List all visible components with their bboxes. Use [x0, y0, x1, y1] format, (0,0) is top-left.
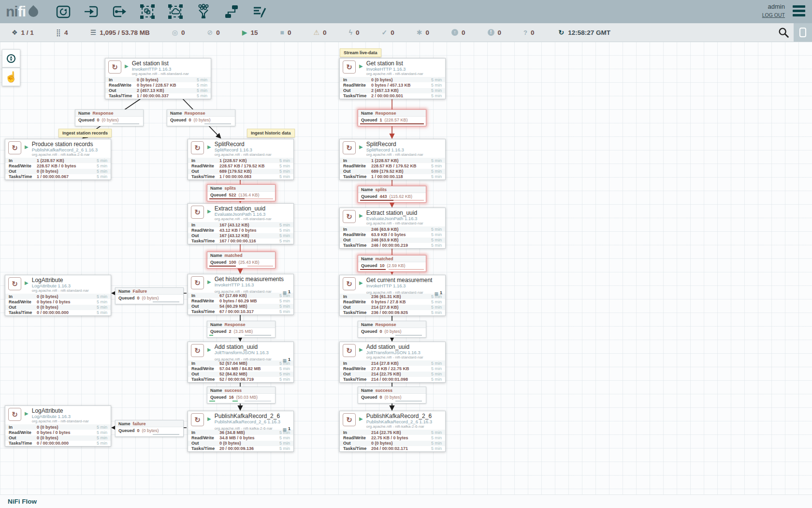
- up-to-date-icon: [382, 29, 388, 36]
- status-item: 1,095 / 53.78 MB: [90, 29, 150, 36]
- processor[interactable]: Get station list InvokeHTTP 1.16.3 org.a…: [339, 58, 446, 99]
- input-port-icon[interactable]: [81, 3, 102, 20]
- operate-palette-toggle[interactable]: ☝: [2, 68, 20, 86]
- connection-name: success: [225, 388, 242, 393]
- processor-type-icon: [343, 141, 356, 154]
- connection-label[interactable]: Name success Queued 0 (0 bytes): [358, 387, 426, 403]
- stat-row: In0 (0 bytes)5 min: [5, 294, 111, 299]
- processor-type-icon: [343, 413, 356, 426]
- status-item: 0: [417, 29, 429, 36]
- connection-label[interactable]: Name matched Queued 10 (2.59 KB): [358, 255, 426, 272]
- queue-progress-bar: [360, 200, 424, 201]
- queued-count: 0: [380, 395, 382, 400]
- processor-bundle: org.apache.nifi - nifi-standard-nar: [366, 72, 423, 76]
- processor[interactable]: Extract station_uuid EvaluateJsonPath 1.…: [188, 203, 294, 244]
- invalid-icon: [314, 29, 320, 36]
- output-port-icon[interactable]: [109, 3, 130, 20]
- connection-label[interactable]: Name Response Queued 2 (3.25 MB): [207, 321, 276, 338]
- processor[interactable]: Extract station_uuid EvaluateJsonPath 1.…: [339, 208, 446, 249]
- stat-row: Tasks/Time67 / 00:00:10.3175 min: [188, 309, 293, 314]
- stat-row: Tasks/Time204 / 00:00:02.1715 min: [340, 446, 445, 451]
- remote-process-group-icon[interactable]: [165, 3, 186, 20]
- processor-type-icon: [191, 276, 204, 289]
- processor-type: PublishKafkaRecord_2_6 1.16.3: [32, 148, 108, 152]
- queue-progress-bar: [360, 269, 424, 270]
- global-menu-icon[interactable]: [793, 2, 805, 16]
- processor[interactable]: Get historic measurements InvokeHTTP 1.1…: [188, 274, 294, 315]
- processor-icon[interactable]: [53, 3, 74, 20]
- processor-stats: In52 (57.04 MB)5 minRead/Write57.04 MB /…: [188, 360, 293, 382]
- processor[interactable]: PublishKafkaRecord_2_6 PublishKafkaRecor…: [188, 411, 294, 452]
- connection-label[interactable]: Name failure Queued 0 (0 bytes): [115, 420, 184, 437]
- connection-label[interactable]: Name matched Queued 100 (25.43 KB): [207, 252, 276, 269]
- processor[interactable]: Add station_uuid JoltTransformJSON 1.16.…: [339, 342, 446, 383]
- run-status-icon: [25, 408, 29, 422]
- processor-stats: In67 (17.69 KB)5 minRead/Write0 bytes / …: [188, 293, 293, 314]
- run-status-icon: [207, 142, 211, 156]
- processor-stats: In246 (63.9 KB)5 minRead/Write63.9 KB / …: [340, 226, 445, 248]
- connection-label[interactable]: Name Response Queued 0 (0 bytes): [358, 321, 426, 338]
- processor[interactable]: Add station_uuid JoltTransformJSON 1.16.…: [188, 342, 294, 383]
- connection-queued-key: Queued: [118, 428, 135, 433]
- connection-label[interactable]: Name Response Queued 0 (0 bytes): [167, 109, 235, 126]
- queued-size: (0 bytes): [102, 118, 119, 122]
- connection-label[interactable]: Name Response Queued 1 (228.57 KB): [358, 109, 426, 126]
- connection-queued-key: Queued: [78, 118, 95, 122]
- funnel-icon[interactable]: [193, 3, 214, 20]
- connection-name-key: Name: [118, 289, 130, 294]
- nifi-drop-icon: [27, 5, 40, 19]
- processor-stats: In1 (228.57 KB)5 minRead/Write228.57 KB …: [5, 158, 111, 179]
- processor[interactable]: SplitRecord SplitRecord 1.16.3 org.apach…: [339, 139, 446, 180]
- connection-label[interactable]: Name Failure Queued 0 (0 bytes): [115, 287, 184, 304]
- queued-size: (2.59 KB): [387, 263, 406, 268]
- processor[interactable]: Produce station records PublishKafkaReco…: [5, 139, 111, 180]
- canvas-label[interactable]: Ingest historic data: [247, 129, 295, 137]
- stat-row: Out214 (22.75 KB)5 min: [340, 372, 445, 377]
- processor[interactable]: PublishKafkaRecord_2_6 PublishKafkaRecor…: [339, 411, 446, 452]
- processor-type-icon: [191, 206, 204, 219]
- label-icon[interactable]: [249, 3, 270, 20]
- status-item: 0: [488, 29, 502, 36]
- connection-label[interactable]: Name success Queued 16 (50.03 MB): [207, 387, 276, 403]
- stat-row: Tasks/Time20 / 00:00:09.1365 min: [188, 446, 293, 451]
- status-item: 15: [242, 29, 258, 36]
- processor[interactable]: Get station list InvokeHTTP 1.16.3 org.a…: [105, 58, 211, 99]
- connection-label[interactable]: Name splits Queued 443 (115.62 KB): [358, 186, 426, 203]
- queued-count: 443: [380, 194, 387, 199]
- stat-row: In246 (63.9 KB)5 min: [340, 226, 445, 232]
- stat-row: Read/Write27.8 KB / 22.75 KB5 min: [340, 366, 445, 371]
- process-group-icon[interactable]: [137, 3, 158, 20]
- processor-type: InvokeHTTP 1.16.3: [366, 284, 442, 288]
- connection-label[interactable]: Name Response Queued 0 (0 bytes): [75, 109, 144, 126]
- stat-row: Tasks/Time1 / 00:00:00.1185 min: [340, 174, 445, 179]
- processor[interactable]: LogAttribute LogAttribute 1.16.3 org.apa…: [5, 405, 111, 447]
- canvas-label[interactable]: Ingest station records: [58, 129, 112, 137]
- breadcrumb[interactable]: NiFi Flow: [8, 498, 37, 505]
- canvas-label[interactable]: Stream live-data: [340, 48, 381, 57]
- stat-row: In52 (57.04 MB)5 min: [188, 360, 293, 366]
- processor-type-icon: [8, 408, 21, 421]
- processor[interactable]: SplitRecord SplitRecord 1.16.3 org.apach…: [188, 139, 294, 180]
- processor[interactable]: Get current measurement InvokeHTTP 1.16.…: [339, 275, 446, 316]
- stat-row: In36 (34.8 MB)5 min: [188, 430, 293, 435]
- panel-toggle-icon[interactable]: [794, 23, 812, 42]
- app-header: nifi: [0, 0, 812, 23]
- navigate-palette-toggle[interactable]: [2, 49, 20, 68]
- connection-name: failure: [133, 421, 146, 426]
- processor[interactable]: LogAttribute LogAttribute 1.16.3 org.apa…: [5, 275, 111, 316]
- processor-type-icon: [343, 344, 356, 357]
- search-button[interactable]: [774, 23, 793, 42]
- processor-type: EvaluateJsonPath 1.16.3: [215, 212, 290, 217]
- flow-canvas[interactable]: Get station list InvokeHTTP 1.16.3 org.a…: [0, 0, 812, 508]
- refresh-icon[interactable]: [559, 29, 565, 36]
- connection-queued-key: Queued: [118, 296, 135, 300]
- connection-name: Response: [376, 111, 396, 116]
- template-icon[interactable]: [221, 3, 242, 20]
- connection-label[interactable]: Name splits Queued 522 (136.4 KB): [207, 184, 276, 201]
- logout-link[interactable]: LOG OUT: [762, 11, 785, 19]
- processor-type-icon: [191, 413, 204, 426]
- queued-size: (136.4 KB): [239, 193, 260, 197]
- stat-row: In67 (17.69 KB)5 min: [188, 293, 293, 298]
- stat-row: Tasks/Time1 / 00:00:00.3375 min: [105, 93, 211, 99]
- not-transmitting-icon: [207, 29, 213, 36]
